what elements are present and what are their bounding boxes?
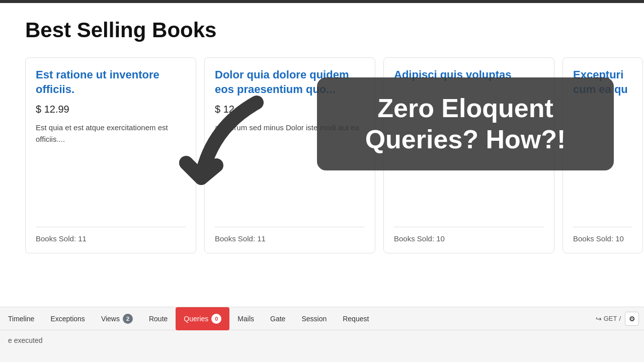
tab-session[interactable]: Session	[293, 307, 335, 330]
tab-queries[interactable]: Queries 0	[176, 307, 229, 330]
arrow-svg	[171, 87, 282, 228]
views-badge: 2	[123, 314, 133, 324]
page-title: Best Selling Books	[25, 18, 619, 42]
redirect-icon: ↪	[596, 315, 602, 323]
book-footer-4: Books Sold: 10	[573, 227, 632, 243]
tooltip-line2: Queries? How?!	[365, 125, 566, 154]
tooltip-text: Zero Eloquent Queries? How?!	[337, 93, 594, 155]
cards-row: Est ratione ut inventore officiis. $ 12.…	[25, 57, 619, 253]
arrow-annotation	[171, 87, 282, 228]
tooltip-overlay: Zero Eloquent Queries? How?!	[317, 77, 614, 170]
tab-timeline[interactable]: Timeline	[0, 307, 42, 330]
toolbar-tabs: Timeline Exceptions Views 2 Route Querie…	[0, 307, 644, 330]
toolbar-status: e executed	[0, 330, 644, 350]
tab-mails[interactable]: Mails	[229, 307, 262, 330]
bottom-toolbar: Timeline Exceptions Views 2 Route Querie…	[0, 307, 644, 362]
queries-badge: 0	[211, 314, 221, 324]
settings-button[interactable]: ⚙	[625, 312, 639, 326]
tab-route[interactable]: Route	[141, 307, 176, 330]
tab-gate[interactable]: Gate	[262, 307, 293, 330]
book-price-1: $ 12.99	[36, 104, 186, 115]
tooltip-line1: Zero Eloquent	[377, 94, 553, 123]
book-footer-3: Books Sold: 10	[394, 227, 544, 243]
toolbar-right: ↪ GET / ⚙	[596, 312, 644, 326]
book-footer-1: Books Sold: 11	[36, 227, 186, 243]
main-content: Best Selling Books Est ratione ut invent…	[0, 3, 644, 287]
tab-exceptions[interactable]: Exceptions	[42, 307, 93, 330]
book-card-1: Est ratione ut inventore officiis. $ 12.…	[25, 57, 196, 253]
book-desc-1: Est quia et est atque exercitationem est…	[36, 122, 186, 145]
method-badge: ↪ GET /	[596, 315, 621, 323]
tab-views[interactable]: Views 2	[93, 307, 141, 330]
book-title-1: Est ratione ut inventore officiis.	[36, 68, 186, 97]
book-card-1-content: Est ratione ut inventore officiis. $ 12.…	[36, 68, 186, 220]
tab-request[interactable]: Request	[335, 307, 377, 330]
book-footer-2: Books Sold: 11	[215, 227, 365, 243]
